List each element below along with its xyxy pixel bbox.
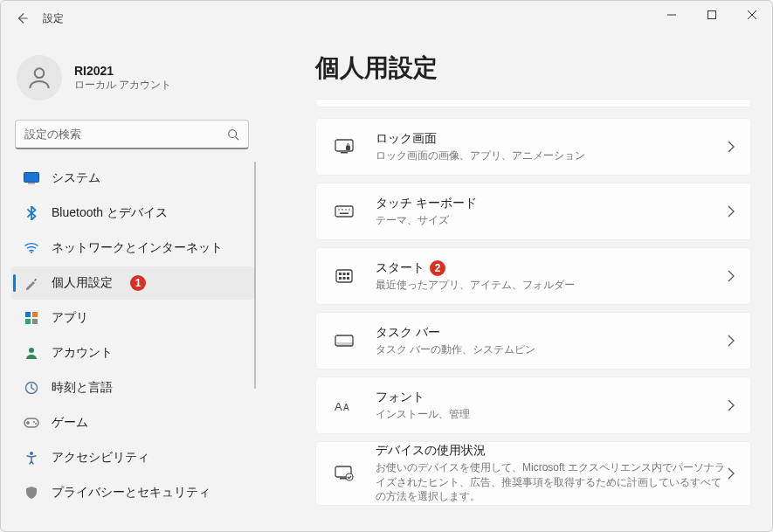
user-block[interactable]: RI2021 ローカル アカウント <box>11 46 256 116</box>
accounts-icon <box>24 345 39 361</box>
svg-rect-27 <box>343 273 346 275</box>
svg-rect-28 <box>347 273 349 275</box>
svg-point-14 <box>35 423 37 425</box>
svg-point-21 <box>342 209 343 211</box>
svg-point-1 <box>35 68 45 78</box>
sidebar-item-accounts[interactable]: アカウント <box>11 336 256 370</box>
personalization-icon <box>24 275 39 291</box>
card-touch-keyboard[interactable]: タッチ キーボード テーマ、サイズ <box>315 183 751 240</box>
svg-rect-24 <box>340 213 349 215</box>
svg-point-2 <box>229 129 237 137</box>
card-subtitle: テーマ、サイズ <box>376 213 728 228</box>
svg-rect-29 <box>339 277 342 280</box>
user-subtitle: ローカル アカウント <box>74 78 171 93</box>
scrollbar[interactable] <box>254 162 256 389</box>
card-taskbar[interactable]: タスク バー タスク バーの動作、システムピン <box>315 312 751 370</box>
svg-rect-7 <box>32 312 38 317</box>
sidebar-item-label: 個人用設定 <box>52 275 113 291</box>
svg-point-13 <box>33 421 35 423</box>
system-icon <box>24 170 39 186</box>
close-icon <box>748 10 756 19</box>
card-title: スタート <box>376 260 424 276</box>
lock-screen-icon <box>332 139 356 155</box>
nav-list: システム Bluetooth とデバイス ネットワークとインターネット 個人用設… <box>11 162 256 531</box>
chevron-right-icon <box>728 335 735 347</box>
chevron-right-icon <box>728 467 735 480</box>
card-device-usage[interactable]: デバイスの使用状況 お使いのデバイスを使用して、Microsoft エクスペリエ… <box>315 441 751 506</box>
card-subtitle: お使いのデバイスを使用して、Microsoft エクスペリエンス内でパーソナライ… <box>376 460 728 504</box>
sidebar-item-label: アクセシビリティ <box>52 450 149 466</box>
apps-icon <box>24 310 39 326</box>
svg-rect-6 <box>25 312 31 317</box>
minimize-button[interactable] <box>652 1 692 29</box>
arrow-left-icon <box>16 12 28 24</box>
svg-rect-8 <box>25 319 31 324</box>
card-fonts[interactable]: AA フォント インストール、管理 <box>315 377 751 434</box>
chevron-right-icon <box>728 399 735 411</box>
annotation-badge: 2 <box>430 260 445 276</box>
sidebar-item-time[interactable]: 時刻と言語 <box>11 371 256 404</box>
main: 個人用設定 ロック画面 ロック画面の画像、アプリ、アニメーション タッチ キーボ… <box>263 36 772 531</box>
time-icon <box>24 380 39 396</box>
annotation-badge: 1 <box>130 275 146 291</box>
close-button[interactable] <box>732 1 772 29</box>
svg-point-20 <box>338 209 340 211</box>
sidebar-item-bluetooth[interactable]: Bluetooth とデバイス <box>11 197 256 230</box>
card-partial-top <box>315 99 751 107</box>
sidebar-item-accessibility[interactable]: アクセシビリティ <box>11 441 256 474</box>
titlebar: 設定 <box>1 1 772 36</box>
svg-point-23 <box>349 209 350 211</box>
card-subtitle: インストール、管理 <box>376 407 728 422</box>
avatar <box>17 55 62 100</box>
page-title: 個人用設定 <box>315 52 751 85</box>
card-lock-screen[interactable]: ロック画面 ロック画面の画像、アプリ、アニメーション <box>315 118 751 176</box>
sidebar-item-gaming[interactable]: ゲーム <box>11 406 256 439</box>
maximize-icon <box>707 10 716 19</box>
svg-point-22 <box>345 209 347 211</box>
app-title: 設定 <box>43 11 64 26</box>
svg-rect-0 <box>708 11 716 19</box>
gaming-icon <box>24 415 39 431</box>
svg-point-5 <box>31 252 32 253</box>
sidebar-item-label: アプリ <box>52 310 88 326</box>
maximize-button[interactable] <box>692 1 732 29</box>
svg-text:A: A <box>335 400 342 412</box>
chevron-right-icon <box>728 205 735 218</box>
card-start[interactable]: スタート2 最近使ったアプリ、アイテム、フォルダー <box>315 247 751 305</box>
svg-point-10 <box>29 348 34 353</box>
sidebar-item-label: Bluetooth とデバイス <box>52 205 168 221</box>
svg-rect-19 <box>335 206 353 217</box>
svg-rect-33 <box>335 342 353 346</box>
svg-rect-25 <box>336 270 352 282</box>
search-icon <box>227 128 239 141</box>
sidebar-item-label: ゲーム <box>52 415 88 431</box>
chevron-right-icon <box>728 270 735 282</box>
window-controls <box>652 1 772 29</box>
svg-rect-3 <box>24 173 39 183</box>
sidebar-item-network[interactable]: ネットワークとインターネット <box>11 231 256 265</box>
person-icon <box>25 64 53 92</box>
svg-point-15 <box>30 452 33 455</box>
bluetooth-icon <box>24 205 39 221</box>
svg-rect-4 <box>28 183 35 184</box>
svg-rect-31 <box>347 277 349 280</box>
chevron-right-icon <box>728 141 735 153</box>
keyboard-icon <box>332 205 356 218</box>
sidebar-item-privacy[interactable]: プライバシーとセキュリティ <box>11 476 256 509</box>
sidebar-item-label: 時刻と言語 <box>52 380 113 396</box>
card-title: デバイスの使用状況 <box>376 443 486 459</box>
svg-rect-18 <box>346 146 350 150</box>
card-subtitle: タスク バーの動作、システムピン <box>376 342 728 357</box>
sidebar-item-personalization[interactable]: 個人用設定 1 <box>11 266 256 300</box>
user-name: RI2021 <box>74 64 171 78</box>
search-placeholder: 設定の検索 <box>24 127 227 142</box>
sidebar-item-system[interactable]: システム <box>11 162 256 195</box>
svg-point-38 <box>346 473 353 480</box>
network-icon <box>24 240 39 256</box>
svg-text:A: A <box>343 403 349 412</box>
privacy-icon <box>24 485 39 501</box>
search-input[interactable]: 設定の検索 <box>15 120 249 149</box>
back-button[interactable] <box>4 1 39 36</box>
card-title: フォント <box>376 390 424 405</box>
sidebar-item-apps[interactable]: アプリ <box>11 301 256 335</box>
